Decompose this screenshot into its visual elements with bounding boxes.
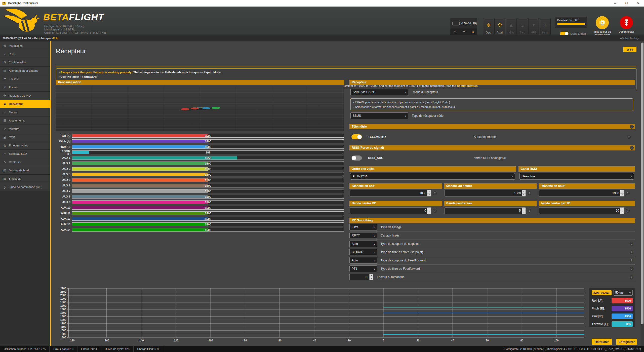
sidebar-item-alimentation-et-batterie[interactable]: ▤Alimentation et batterie: [0, 66, 50, 75]
spinner-up-icon[interactable]: ▲: [522, 190, 526, 193]
sidebar-item-osd[interactable]: ▣OSD: [0, 133, 50, 141]
help-icon[interactable]: ?: [528, 191, 531, 195]
deadband-field-input[interactable]: 0▲▼: [350, 207, 431, 214]
help-icon[interactable]: ?: [630, 146, 634, 150]
help-icon[interactable]: ?: [626, 191, 630, 195]
disconnect-button[interactable]: Déconnecter: [611, 16, 641, 33]
spinner-buttons[interactable]: ▲▼: [620, 208, 624, 214]
stick-field-header: 'Manche en haut': [539, 183, 635, 189]
close-button[interactable]: ✕: [632, 0, 644, 7]
rc-smoothing-select[interactable]: Filtre∨: [349, 224, 377, 230]
spinner-up-icon[interactable]: ▲: [620, 190, 624, 193]
maximize-button[interactable]: ☐: [621, 0, 632, 7]
sidebar-item-configuration[interactable]: ⚙Configuration: [0, 58, 50, 66]
spinner-down-icon[interactable]: ▼: [427, 211, 431, 214]
help-icon[interactable]: ?: [630, 242, 633, 246]
spinner-down-icon[interactable]: ▼: [620, 193, 624, 197]
spinner-down-icon[interactable]: ▼: [370, 277, 373, 280]
sidebar-item-reglages-de-pid[interactable]: ✛Réglages de PID: [0, 91, 50, 100]
sidebar-item-ports[interactable]: ⚡Ports: [0, 50, 50, 58]
minimize-button[interactable]: ─: [609, 0, 621, 7]
graph-tick-label: 80: [520, 339, 524, 342]
rc-smoothing-select[interactable]: PT1∨: [349, 265, 377, 272]
receiver-mode-select[interactable]: Série (via UART)∨: [350, 89, 408, 95]
sidebar-item-recepteur[interactable]: ◉Récepteur: [0, 100, 50, 108]
help-icon[interactable]: ?: [630, 125, 634, 129]
sidebar-item-ajustements[interactable]: ☰Ajustements: [0, 116, 50, 125]
help-icon[interactable]: ?: [626, 209, 630, 213]
spinner-up-icon[interactable]: ▲: [522, 208, 526, 211]
sidebar-item-ligne-de-commande-cli[interactable]: ❯Ligne de commande (CLI): [0, 183, 50, 191]
deadband-field-input[interactable]: 5▲▼: [445, 207, 526, 214]
spinner-buttons[interactable]: ▲▼: [620, 190, 624, 196]
channel-value: 1500: [200, 134, 216, 138]
sidebar-item-journal-de-bord[interactable]: ▤Journal de bord: [0, 166, 50, 174]
sidebar-item-preset[interactable]: ✳Preset: [0, 83, 50, 91]
telemetry-toggle[interactable]: [351, 134, 362, 139]
rc-smoothing-select[interactable]: BIQUAD∨: [349, 249, 377, 255]
spinner-down-icon[interactable]: ▼: [620, 211, 624, 214]
stick-field-input[interactable]: 1050▲▼: [350, 190, 431, 197]
graph-reset-button[interactable]: RÉINITIALISER: [592, 290, 612, 295]
spinner-buttons[interactable]: ▲▼: [427, 208, 431, 214]
scrollbar-thumb[interactable]: [641, 43, 643, 324]
help-icon[interactable]: ?: [627, 135, 631, 139]
target-name: Cible: IFRC/IFLIGHT_F722_TWING(STM32F7X2…: [44, 31, 106, 34]
vertical-scrollbar[interactable]: [640, 41, 644, 346]
spinner-up-icon[interactable]: ▲: [620, 208, 624, 211]
channel-map-select[interactable]: AETR1234∨: [350, 173, 515, 180]
help-icon[interactable]: ?: [630, 267, 633, 271]
spinner-buttons[interactable]: ▲▼: [427, 190, 431, 196]
stick-field-input[interactable]: 1900▲▼: [539, 190, 624, 197]
sidebar-item-bandeau-led[interactable]: ♒Bandeau LED: [0, 149, 50, 158]
spinner-up-icon[interactable]: ▲: [427, 190, 431, 193]
sidebar-item-modes[interactable]: ⚏Modes: [0, 108, 50, 116]
sidebar-item-installation[interactable]: ⚒Installation: [0, 42, 50, 50]
channel-meter-track: 1500: [72, 211, 344, 215]
help-icon[interactable]: ?: [433, 191, 437, 195]
help-icon[interactable]: ?: [630, 259, 633, 262]
receiver-icon: ◉: [3, 102, 7, 106]
spinner-down-icon[interactable]: ▼: [522, 193, 526, 197]
sidebar-item-failsafe[interactable]: ☂Failsafe: [0, 75, 50, 83]
rc-smoothing-select[interactable]: Auto∨: [349, 257, 377, 264]
spinner-up-icon[interactable]: ▲: [370, 274, 373, 277]
refresh-interval-select[interactable]: 50 ms∨: [614, 290, 633, 296]
deadband-field-input[interactable]: 50▲▼: [539, 207, 624, 214]
sidebar-item-capteurs[interactable]: ∿Capteurs: [0, 158, 50, 166]
spinner-down-icon[interactable]: ▼: [427, 193, 431, 197]
channel-row: AUX 31500: [56, 166, 344, 172]
rc-smoothing-select[interactable]: RPYT∨: [349, 232, 377, 239]
spinner-buttons[interactable]: ▲▼: [522, 208, 526, 214]
help-icon[interactable]: ?: [630, 275, 633, 279]
save-button[interactable]: Enregistrer: [616, 339, 637, 345]
help-icon[interactable]: ?: [528, 209, 531, 213]
sidebar-item-emetteur-video[interactable]: ◍Émetteur vidéo: [0, 141, 50, 149]
select-value: BIQUAD: [352, 250, 372, 254]
rc-smoothing-select[interactable]: Auto∨: [349, 241, 377, 247]
spinner-buttons[interactable]: ▲▼: [369, 274, 373, 280]
help-icon[interactable]: ?: [433, 209, 437, 213]
stick-field-input[interactable]: 1500▲▼: [445, 190, 526, 197]
help-icon[interactable]: ?: [630, 250, 633, 254]
refresh-button[interactable]: Rafraîchir: [592, 339, 612, 345]
statusbar-segment: Erreur paquet: 0: [50, 346, 77, 352]
spinner-up-icon[interactable]: ▲: [427, 208, 431, 211]
wiki-button[interactable]: WIKI: [623, 47, 636, 52]
rssi-channel-select[interactable]: Désactivé∨: [519, 173, 634, 180]
sidebar-item-label: Configuration: [9, 61, 26, 64]
spinner-buttons[interactable]: ▲▼: [522, 190, 526, 196]
spinner-down-icon[interactable]: ▼: [522, 211, 526, 214]
rssi-adc-toggle[interactable]: [351, 155, 362, 161]
channel-meter-fill: [72, 140, 208, 143]
sidebar-item-moteurs[interactable]: ✣Moteurs: [0, 125, 50, 133]
rc-smoothing-number-input[interactable]: 10▲▼: [349, 274, 373, 280]
channel-map-header: Ordre des voies: [349, 166, 516, 172]
serial-provider-select[interactable]: SBUS∨: [350, 112, 408, 119]
model-3d-viewer[interactable]: [56, 85, 344, 131]
show-logs-link[interactable]: Afficher les logs: [620, 37, 639, 40]
channel-meter-track: 1500: [72, 189, 344, 193]
chevron-down-icon: ∨: [374, 226, 375, 229]
sidebar-item-blackbox[interactable]: ▦Blackbox: [0, 174, 50, 183]
chevron-down-icon: ∨: [629, 291, 631, 294]
